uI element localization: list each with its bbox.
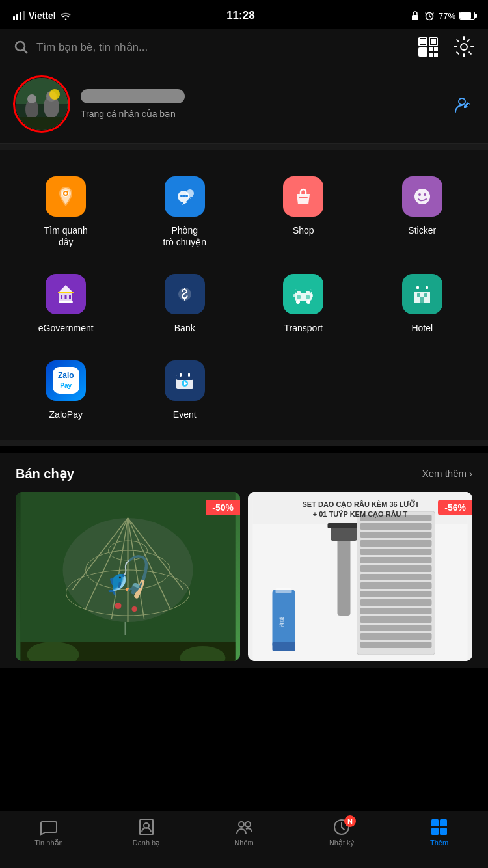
- svg-rect-92: [338, 531, 351, 616]
- svg-rect-64: [426, 286, 428, 289]
- svg-rect-16: [429, 53, 432, 56]
- product-2-image: SET DAO CẠO RÂU KÈM 36 LƯỠI+ 01 TUÝP KEM…: [248, 492, 472, 661]
- chat-nav-icon: [40, 818, 58, 836]
- product-2-discount: -56%: [438, 500, 472, 515]
- contact-nav-icon: [137, 818, 156, 836]
- svg-point-55: [306, 300, 310, 304]
- svg-rect-72: [21, 492, 236, 661]
- profile-name: [81, 89, 185, 103]
- svg-point-54: [296, 300, 300, 304]
- svg-rect-114: [276, 588, 292, 593]
- svg-rect-43: [65, 295, 67, 299]
- services-section: Tìm quanhđây Phòngtrò chuyện: [0, 150, 488, 440]
- calendar-icon: [173, 369, 197, 392]
- government-icon: [54, 282, 77, 306]
- svg-rect-98: [360, 532, 432, 538]
- see-more-chevron: ›: [469, 468, 472, 479]
- nav-nhat-ky[interactable]: N Nhật ký: [293, 818, 390, 847]
- search-placeholder: Tìm bạn bè, tin nhắn...: [36, 40, 148, 54]
- group-nav-icon: [235, 818, 253, 836]
- service-sticker[interactable]: Sticker: [363, 163, 482, 261]
- svg-rect-3: [23, 11, 25, 20]
- service-tim-quanh-day[interactable]: Tìm quanhđây: [7, 163, 126, 261]
- svg-rect-63: [416, 286, 419, 289]
- status-right: 77%: [410, 10, 475, 21]
- nav-danh-ba-label: Danh bạ: [133, 839, 160, 847]
- nhat-ky-badge: N: [344, 815, 356, 827]
- svg-rect-68: [188, 373, 190, 377]
- service-transport[interactable]: Transport: [244, 261, 363, 347]
- wifi-icon: [60, 11, 72, 20]
- svg-point-37: [414, 189, 430, 204]
- profile-info: Trang cá nhân của bạn: [81, 89, 439, 119]
- see-more-button[interactable]: Xem thêm ›: [422, 468, 472, 479]
- service-bank[interactable]: Bank: [126, 261, 245, 347]
- alarm-icon: [424, 10, 435, 21]
- status-time: 11:28: [226, 9, 254, 22]
- product-2[interactable]: SET DAO CẠO RÂU KÈM 36 LƯỠI+ 01 TUÝP KEM…: [248, 492, 472, 661]
- settings-icon[interactable]: [453, 36, 475, 58]
- svg-rect-36: [299, 197, 308, 198]
- bestsellers-section: Bán chạy Xem thêm ›: [0, 453, 488, 668]
- svg-rect-12: [431, 40, 435, 44]
- sticker-icon: [402, 176, 442, 217]
- svg-point-39: [424, 193, 426, 196]
- profile-edit-icon[interactable]: [452, 94, 472, 115]
- service-event[interactable]: Event: [126, 347, 245, 433]
- svg-rect-0: [13, 16, 15, 20]
- svg-rect-111: [360, 642, 432, 648]
- svg-rect-1: [16, 14, 18, 20]
- svg-rect-121: [431, 819, 439, 826]
- service-hotel[interactable]: Hotel: [363, 261, 482, 347]
- transport-icon: [283, 274, 323, 314]
- products-row: -50% SET DAO CẠO RÂU KÈM 36 LƯỠI+ 01 TUÝ…: [0, 492, 488, 661]
- qr-icon[interactable]: [416, 35, 440, 59]
- avatar-wrapper[interactable]: [16, 78, 68, 130]
- event-icon: [165, 360, 205, 401]
- search-area[interactable]: Tìm bạn bè, tin nhắn...: [13, 39, 407, 55]
- signal-icon: [13, 11, 25, 20]
- carrier-name: Viettel: [29, 10, 56, 21]
- profile-section[interactable]: Trang cá nhân của bạn: [0, 65, 488, 144]
- svg-point-38: [418, 193, 421, 196]
- shop-icon: [283, 176, 323, 217]
- svg-rect-42: [61, 295, 62, 299]
- nav-them[interactable]: Thêm: [390, 818, 488, 847]
- svg-rect-100: [360, 549, 432, 555]
- nav-tin-nhan[interactable]: Tin nhắn: [0, 818, 98, 847]
- svg-rect-94: [328, 523, 360, 528]
- svg-rect-101: [360, 557, 432, 563]
- svg-rect-105: [360, 591, 432, 597]
- grid-nav-icon: [430, 818, 448, 836]
- profile-subtitle: Trang cá nhân của bạn: [81, 109, 439, 119]
- svg-rect-122: [440, 819, 447, 826]
- svg-point-118: [239, 822, 244, 827]
- svg-rect-4: [412, 15, 418, 20]
- svg-rect-61: [424, 293, 427, 297]
- svg-point-33: [180, 195, 183, 197]
- svg-rect-123: [431, 828, 439, 835]
- shop-label: Shop: [293, 224, 314, 236]
- svg-rect-102: [360, 565, 432, 572]
- svg-rect-110: [360, 633, 432, 640]
- service-egovernment[interactable]: eGovernment: [7, 261, 126, 347]
- service-zalopay[interactable]: ZaloPay ZaloPay: [7, 347, 126, 433]
- nav-danh-ba[interactable]: Danh bạ: [98, 818, 195, 847]
- header-icons: [416, 35, 475, 59]
- svg-rect-57: [311, 294, 313, 297]
- svg-rect-109: [360, 625, 432, 631]
- nav-nhom[interactable]: Nhóm: [195, 818, 293, 847]
- service-shop[interactable]: Shop: [244, 163, 363, 261]
- svg-rect-52: [297, 295, 301, 299]
- svg-rect-124: [440, 828, 447, 835]
- svg-rect-2: [20, 12, 21, 20]
- svg-rect-104: [360, 582, 432, 589]
- transport-label: Transport: [284, 322, 323, 334]
- svg-rect-17: [435, 53, 437, 56]
- service-phong-tro-chuyen[interactable]: Phòngtrò chuyện: [126, 163, 245, 261]
- product-1[interactable]: -50%: [16, 492, 240, 661]
- nav-tin-nhan-label: Tin nhắn: [34, 839, 62, 847]
- nav-them-label: Thêm: [430, 839, 448, 847]
- bank-label: Bank: [174, 322, 195, 334]
- svg-marker-41: [58, 285, 74, 293]
